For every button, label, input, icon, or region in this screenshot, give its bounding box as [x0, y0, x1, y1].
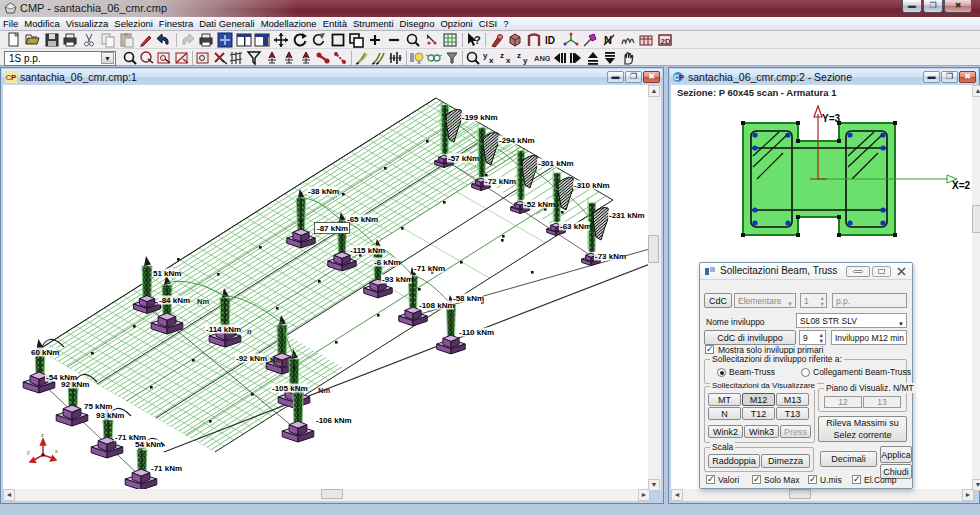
svg-text:-231 kNm: -231 kNm: [609, 211, 645, 220]
svg-text:-57 kNm: -57 kNm: [448, 154, 479, 163]
svg-text:-65 kNm: -65 kNm: [347, 215, 378, 224]
svg-text:X=2: X=2: [952, 180, 971, 191]
svg-text:x: x: [506, 56, 511, 65]
svg-text:P: P: [679, 73, 685, 82]
svg-text:-301 kNm: -301 kNm: [538, 159, 574, 168]
svg-text:-52 kNm: -52 kNm: [524, 200, 555, 209]
svg-text:z: z: [41, 432, 44, 438]
svg-text:60 kNm: 60 kNm: [31, 348, 59, 357]
svg-text:Y=3: Y=3: [822, 113, 841, 124]
svg-text:51 kNm: 51 kNm: [153, 269, 181, 278]
svg-text:-72 kNm: -72 kNm: [485, 177, 516, 186]
svg-text:Sezione: P 60x45 scan - Armatu: Sezione: P 60x45 scan - Armatura 1: [677, 87, 837, 98]
svg-text:z: z: [500, 51, 504, 60]
svg-text:-108 kNm: -108 kNm: [419, 301, 455, 310]
svg-text:-105 kNm: -105 kNm: [272, 384, 308, 393]
svg-text:-58 kNm: -58 kNm: [453, 294, 484, 303]
svg-text:x: x: [55, 448, 58, 454]
svg-text:P: P: [11, 73, 17, 82]
svg-text:-84 kNm: -84 kNm: [159, 296, 190, 305]
svg-text:-71 kNm: -71 kNm: [414, 264, 445, 273]
svg-text:-92 kNm: -92 kNm: [236, 354, 267, 363]
svg-text:ID: ID: [545, 35, 555, 46]
svg-text:-93 kNm: -93 kNm: [382, 275, 413, 284]
svg-text:Nm: Nm: [270, 356, 282, 365]
svg-text:-6 kNm: -6 kNm: [374, 258, 401, 267]
svg-text:-199 kNm: -199 kNm: [462, 113, 498, 122]
svg-text:ANG: ANG: [534, 54, 550, 63]
svg-text:-294 kNm: -294 kNm: [499, 136, 535, 145]
svg-text:-310 kNm: -310 kNm: [574, 181, 610, 190]
svg-text:75 kNm: 75 kNm: [84, 402, 112, 411]
svg-text:y: y: [523, 56, 528, 65]
svg-text:92 kNm: 92 kNm: [61, 380, 89, 389]
svg-text:-38 kNm: -38 kNm: [308, 187, 339, 196]
svg-text:Nm: Nm: [197, 297, 209, 306]
svg-text:-63 kNm: -63 kNm: [560, 222, 591, 231]
svg-text:y: y: [27, 449, 30, 455]
svg-text:-73 kNm: -73 kNm: [595, 252, 626, 261]
svg-text:-87 kNm: -87 kNm: [317, 224, 348, 233]
svg-text:-114 kNm: -114 kNm: [206, 325, 241, 334]
svg-text:-71 kNm: -71 kNm: [151, 464, 182, 473]
svg-text:n: n: [247, 327, 252, 336]
svg-text:54 kNm: 54 kNm: [135, 440, 163, 449]
svg-text:?: ?: [474, 34, 481, 46]
svg-text:2D: 2D: [661, 37, 671, 46]
svg-text:93 kNm: 93 kNm: [96, 411, 124, 420]
svg-text:y: y: [483, 51, 488, 60]
svg-text:-106 kNm: -106 kNm: [316, 416, 352, 425]
svg-text:x: x: [489, 56, 494, 65]
svg-text:-110 kNm: -110 kNm: [459, 328, 494, 337]
svg-text:-115 kNm: -115 kNm: [350, 246, 385, 255]
svg-text:Nm: Nm: [318, 386, 330, 395]
svg-text:z: z: [517, 51, 521, 60]
